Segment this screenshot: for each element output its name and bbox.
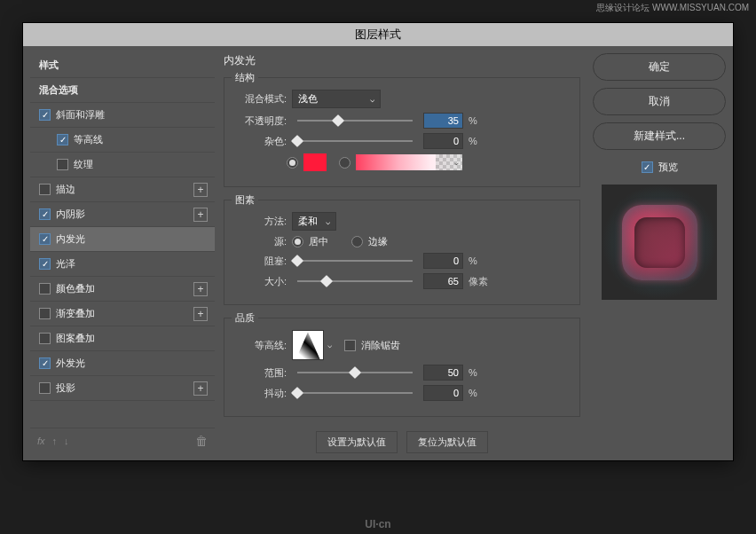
sidebar-item-label: 投影 [56, 381, 75, 395]
sidebar-item-inner-glow[interactable]: 内发光 [30, 227, 215, 252]
sidebar-item-label: 等高线 [74, 133, 103, 146]
checkbox-icon[interactable] [39, 208, 51, 220]
checkbox-icon[interactable] [39, 357, 51, 369]
panel-title: 内发光 [224, 53, 580, 68]
main-panel: 内发光 结构 混合模式: 浅色 ⌵ 不透明度: 35 % [224, 53, 584, 453]
trash-icon[interactable]: 🗑 [195, 434, 208, 448]
contour-picker[interactable] [292, 330, 324, 360]
preview-thumbnail [602, 185, 717, 300]
checkbox-icon[interactable] [57, 159, 68, 170]
sidebar-item-label: 光泽 [56, 257, 75, 271]
gradient-swatch[interactable]: ⌵ [356, 154, 462, 170]
chevron-down-icon: ⌵ [370, 95, 374, 104]
noise-slider[interactable] [297, 140, 413, 142]
footer-logo: UI·cn [365, 518, 390, 530]
source-center-radio[interactable] [292, 236, 303, 247]
jitter-slider[interactable] [297, 392, 413, 394]
checkbox-icon[interactable] [57, 134, 68, 145]
reset-default-button[interactable]: 复位为默认值 [406, 431, 488, 453]
blend-mode-select[interactable]: 浅色 ⌵ [292, 90, 381, 108]
sidebar-item-label: 渐变叠加 [56, 307, 95, 320]
add-icon[interactable]: + [193, 307, 208, 321]
cancel-button[interactable]: 取消 [593, 88, 726, 115]
checkbox-icon[interactable] [39, 233, 51, 245]
source-edge-radio[interactable] [351, 236, 363, 247]
sidebar-item-stroke[interactable]: 描边 + [30, 177, 215, 202]
sidebar-item-outer-glow[interactable]: 外发光 [30, 351, 215, 376]
noise-input[interactable]: 0 [423, 133, 463, 149]
checkbox-icon[interactable] [39, 308, 51, 319]
blend-mode-label: 混合模式: [233, 92, 287, 106]
sidebar-item-label: 纹理 [74, 158, 93, 171]
checkbox-icon[interactable] [39, 258, 51, 270]
add-icon[interactable]: + [193, 381, 208, 396]
size-input[interactable]: 65 [423, 273, 463, 289]
select-value: 柔和 [298, 215, 318, 228]
sidebar-item-inner-shadow[interactable]: 内阴影 + [30, 202, 215, 227]
sidebar-header-styles[interactable]: 样式 [30, 53, 215, 78]
add-icon[interactable]: + [193, 282, 208, 296]
sidebar-item-gradient-overlay[interactable]: 渐变叠加 + [30, 302, 215, 326]
source-edge-label: 边缘 [368, 235, 388, 248]
gradient-radio[interactable] [339, 157, 350, 169]
antialias-checkbox[interactable] [344, 340, 356, 351]
set-default-button[interactable]: 设置为默认值 [316, 431, 398, 453]
sidebar-item-pattern-overlay[interactable]: 图案叠加 [30, 326, 215, 351]
ok-button[interactable]: 确定 [593, 53, 726, 81]
select-value: 浅色 [298, 92, 318, 106]
sidebar-item-satin[interactable]: 光泽 [30, 252, 215, 277]
sidebar-item-drop-shadow[interactable]: 投影 + [30, 376, 215, 401]
choke-input[interactable]: 0 [423, 253, 463, 269]
choke-label: 阻塞: [233, 255, 287, 268]
antialias-label: 消除锯齿 [361, 339, 400, 352]
jitter-input[interactable]: 0 [423, 385, 463, 401]
source-label: 源: [233, 235, 287, 248]
range-slider[interactable] [297, 372, 413, 373]
sidebar-item-label: 图案叠加 [56, 332, 95, 345]
opacity-slider[interactable] [297, 120, 413, 122]
checkbox-icon[interactable] [39, 333, 51, 344]
sidebar-item-texture[interactable]: 纹理 [30, 153, 215, 177]
sidebar-item-bevel[interactable]: 斜面和浮雕 [30, 103, 215, 128]
arrow-up-icon[interactable]: ↑ [52, 436, 58, 446]
new-style-button[interactable]: 新建样式... [593, 122, 726, 150]
styles-sidebar: 样式 混合选项 斜面和浮雕 等高线 纹理 描边 + [30, 53, 215, 453]
sidebar-item-label: 斜面和浮雕 [56, 108, 105, 122]
checkbox-icon[interactable] [39, 382, 51, 394]
checkbox-icon[interactable] [39, 109, 51, 121]
fx-label[interactable]: fx [37, 436, 45, 446]
chevron-down-icon[interactable]: ⌵ [327, 341, 332, 349]
dialog-title: 图层样式 [23, 23, 733, 46]
unit-label: % [469, 367, 495, 378]
preview-checkbox[interactable] [642, 161, 653, 173]
add-icon[interactable]: + [193, 208, 208, 222]
noise-label: 杂色: [233, 135, 287, 148]
size-slider[interactable] [297, 280, 413, 282]
chevron-down-icon: ⌵ [326, 217, 330, 226]
color-radio[interactable] [287, 157, 298, 169]
sidebar-item-label: 内阴影 [56, 208, 85, 221]
unit-label: % [469, 255, 495, 266]
checkbox-icon[interactable] [39, 283, 51, 294]
checkbox-icon[interactable] [39, 184, 51, 195]
opacity-input[interactable]: 35 [423, 113, 463, 129]
arrow-down-icon[interactable]: ↓ [64, 436, 69, 446]
add-icon[interactable]: + [193, 183, 208, 197]
sidebar-header-blend[interactable]: 混合选项 [30, 78, 215, 103]
sidebar-item-contour[interactable]: 等高线 [30, 128, 215, 153]
unit-label: 像素 [469, 275, 495, 288]
elements-section: 图素 方法: 柔和 ⌵ 源: 居中 边缘 [224, 200, 580, 305]
range-input[interactable]: 50 [423, 365, 463, 381]
unit-label: % [469, 115, 495, 126]
unit-label: % [469, 136, 495, 146]
sidebar-item-label: 外发光 [56, 357, 85, 370]
choke-slider[interactable] [297, 260, 413, 262]
sidebar-item-label: 内发光 [56, 232, 85, 246]
technique-select[interactable]: 柔和 ⌵ [292, 212, 336, 231]
quality-section: 品质 等高线: ⌵ 消除锯齿 范围: 50 % [224, 318, 580, 417]
color-swatch[interactable] [303, 153, 327, 171]
technique-label: 方法: [233, 215, 287, 228]
structure-section: 结构 混合模式: 浅色 ⌵ 不透明度: 35 % [224, 77, 580, 187]
sidebar-item-color-overlay[interactable]: 颜色叠加 + [30, 277, 215, 302]
chevron-down-icon: ⌵ [454, 159, 459, 167]
